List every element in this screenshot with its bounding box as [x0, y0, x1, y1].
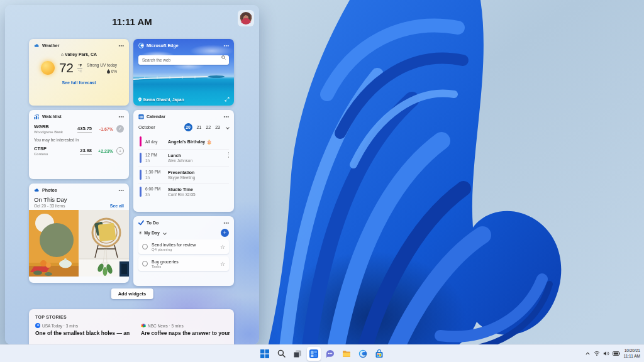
scrollbar-dots[interactable] [228, 152, 230, 158]
edge-icon [358, 349, 367, 358]
task-row[interactable]: Buy groceriesTasks ☆ [138, 256, 229, 271]
search-icon [277, 349, 286, 358]
star-icon[interactable]: ☆ [220, 261, 225, 267]
account-button[interactable] [238, 10, 254, 26]
suggestion-label: You may be interested in [29, 136, 129, 144]
expand-icon[interactable] [225, 97, 230, 102]
month-label: October [138, 124, 155, 130]
more-options-button[interactable]: ⋯ [223, 221, 229, 225]
task-complete-circle[interactable] [142, 261, 148, 266]
widget-title: Weather [42, 43, 60, 48]
weather-widget[interactable]: Weather ⋯ ⌂ Valley Park, CA 72 °F °C Str… [29, 39, 129, 106]
add-task-button[interactable]: + [221, 229, 229, 237]
story-item[interactable]: NBC News · 5 mins Are coffee naps the an… [141, 323, 230, 336]
see-all-link[interactable]: See all [110, 204, 124, 208]
widget-title: To Do [147, 221, 158, 225]
precipitation: 0% [107, 69, 117, 74]
widget-title: Photos [42, 188, 57, 192]
add-stock-button[interactable]: + [116, 147, 124, 155]
stock-row[interactable]: CTSP Contoso 23.98 +2.23% + [29, 144, 129, 158]
search-button[interactable] [274, 347, 288, 361]
date-pill[interactable]: 21 [197, 125, 202, 129]
search-icon [221, 55, 226, 60]
stock-price: 435.75 [77, 126, 92, 133]
date-pill[interactable]: 23 [215, 125, 220, 129]
store-icon [375, 349, 384, 358]
task-complete-circle[interactable] [142, 244, 148, 250]
edge-widget[interactable]: Microsoft Edge ⋯ Ikema Ohashi, Japan [133, 39, 234, 106]
see-full-forecast-link[interactable]: See full forecast [29, 80, 129, 85]
calendar-event[interactable]: All day Angela's Birthday 🎂 [138, 134, 229, 149]
todo-widget[interactable]: To Do ⋯ ☀ My Day + Send invites for revi… [133, 216, 234, 286]
panel-clock: 11:11 AM [5, 16, 259, 27]
battery-icon[interactable] [613, 351, 620, 356]
tray-chevron-up-icon[interactable] [585, 351, 591, 356]
more-options-button[interactable]: ⋯ [223, 115, 229, 119]
chat-button[interactable] [323, 347, 337, 361]
watchlist-widget[interactable]: Watchlist ⋯ WGRB Woodgrove Bank 435.75 -… [29, 110, 129, 179]
photo-thumbnail[interactable] [29, 210, 79, 277]
widgets-button[interactable] [307, 347, 321, 361]
stocks-chart-icon [34, 114, 40, 119]
weather-condition: Strong UV today [87, 63, 117, 67]
widgets-icon [309, 349, 318, 358]
watched-check-button[interactable]: ✓ [116, 125, 124, 133]
photo-caption: Ikema Ohashi, Japan [138, 97, 184, 102]
photo-thumbnail[interactable] [79, 210, 129, 277]
more-options-button[interactable]: ⋯ [118, 189, 124, 192]
widget-title: Watchlist [42, 114, 62, 119]
wifi-icon[interactable] [594, 351, 600, 356]
stock-symbol: WGRB [34, 124, 63, 129]
windows-logo-icon [260, 349, 269, 358]
stock-symbol: CTSP [34, 146, 48, 151]
list-selector[interactable]: My Day [144, 231, 160, 235]
widget-title: Microsoft Edge [147, 43, 179, 48]
star-icon[interactable]: ☆ [220, 244, 225, 250]
todo-check-icon [138, 220, 144, 226]
chat-icon [326, 349, 335, 358]
stock-change: -1.67% [92, 127, 113, 131]
chevron-down-icon[interactable] [163, 231, 167, 235]
edge-logo-icon [138, 43, 144, 48]
stock-row[interactable]: WGRB Woodgrove Bank 435.75 -1.67% ✓ [29, 122, 129, 136]
avatar [240, 12, 252, 25]
chevron-down-icon[interactable] [226, 126, 230, 129]
add-widgets-button[interactable]: Add widgets [111, 288, 153, 299]
web-search-input[interactable] [138, 55, 229, 65]
calendar-event[interactable]: 6:00 PM3h Studio TimeConf Rm 32/35 [138, 183, 229, 200]
calendar-widget[interactable]: Calendar ⋯ October 20 21 22 23 All day A… [133, 110, 234, 212]
desktop: 11:11 AM Weather ⋯ ⌂ Valley Park, CA 72 … [0, 0, 644, 362]
widget-title: Calendar [147, 114, 165, 119]
stock-change: +2.23% [92, 149, 113, 153]
task-row[interactable]: Send invites for reviewQ4 planning ☆ [138, 239, 229, 254]
speaker-icon[interactable] [603, 351, 609, 356]
more-options-button[interactable]: ⋯ [223, 44, 229, 48]
more-options-button[interactable]: ⋯ [118, 115, 124, 119]
top-stories-title: TOP STORIES [29, 309, 234, 323]
tray-clock[interactable]: 10/20/21 11:11 AM [624, 348, 641, 359]
stock-name: Contoso [34, 152, 48, 156]
stock-price: 23.98 [80, 148, 92, 155]
start-button[interactable] [258, 347, 272, 361]
calendar-event[interactable]: 1:30 PM1h PresentationSkype Meeting [138, 166, 229, 183]
photos-widget[interactable]: Photos ⋯ On This Day Oct 20 - 33 items S… [29, 184, 129, 283]
store-button[interactable] [372, 347, 386, 361]
photos-subtitle: Oct 20 - 33 items [34, 204, 65, 208]
file-explorer-button[interactable] [340, 347, 353, 361]
weather-cloud-icon [34, 43, 40, 48]
more-options-button[interactable]: ⋯ [118, 44, 124, 48]
story-item[interactable]: USA Today · 3 mins One of the smallest b… [35, 323, 130, 336]
edge-browser-button[interactable] [356, 347, 370, 361]
calendar-event[interactable]: 12 PM1h LunchAlex Johnson [138, 149, 229, 166]
folder-icon [342, 349, 351, 358]
date-pill[interactable]: 22 [206, 125, 211, 129]
task-view-icon [293, 349, 302, 358]
weather-location: ⌂ Valley Park, CA [29, 52, 129, 57]
widgets-panel: 11:11 AM Weather ⋯ ⌂ Valley Park, CA 72 … [5, 5, 259, 344]
date-pill-selected[interactable]: 20 [184, 123, 192, 131]
stock-name: Woodgrove Bank [34, 130, 63, 134]
calendar-icon [138, 114, 144, 119]
location-pin-icon [138, 97, 142, 102]
task-view-button[interactable] [291, 347, 304, 361]
unit-toggle[interactable]: °F °C [77, 63, 82, 73]
